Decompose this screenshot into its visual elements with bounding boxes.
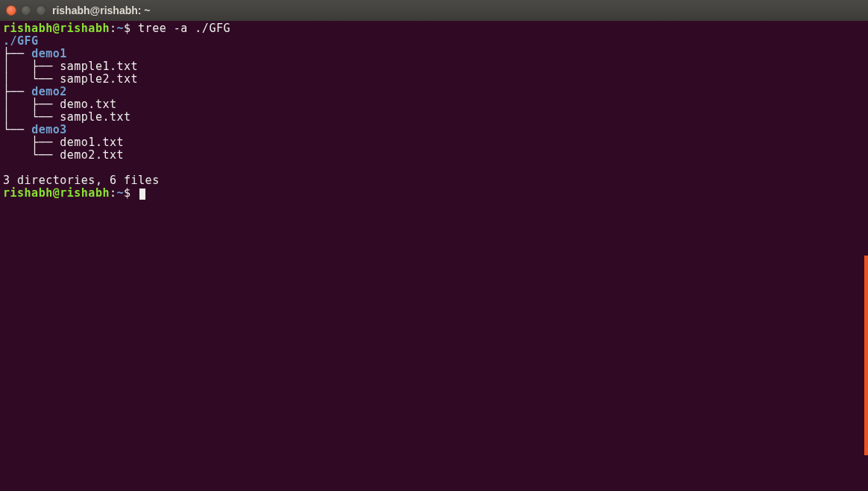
- tree-line: └── demo2.txt: [3, 148, 124, 162]
- tree-file: sample2.txt: [60, 72, 138, 86]
- prompt-path: ~: [117, 186, 125, 200]
- prompt-user: rishabh@rishabh: [3, 186, 110, 200]
- tree-line: │ ├── demo.txt: [3, 98, 117, 111]
- tree-line: ├── demo1: [3, 47, 67, 60]
- tree-file: demo1.txt: [60, 136, 124, 149]
- tree-dir: demo1: [31, 47, 67, 60]
- tree-summary: 3 directories, 6 files: [3, 174, 160, 187]
- close-icon[interactable]: [6, 5, 16, 16]
- tree-dir: demo2: [31, 85, 67, 98]
- minimize-icon[interactable]: [21, 5, 31, 16]
- tree-prefix: │ ├──: [3, 98, 60, 111]
- cursor-icon: [139, 189, 145, 200]
- terminal-body[interactable]: rishabh@rishabh:~$ tree -a ./GFG ./GFG ├…: [0, 21, 868, 201]
- tree-prefix: ├──: [3, 85, 31, 98]
- tree-dir: demo3: [31, 123, 67, 136]
- prompt-colon: :: [110, 186, 117, 200]
- window-controls: [6, 5, 46, 16]
- tree-prefix: ├──: [3, 136, 60, 149]
- tree-file: demo2.txt: [60, 148, 124, 162]
- window-title: rishabh@rishabh: ~: [52, 4, 151, 16]
- scroll-indicator: [864, 256, 868, 455]
- tree-file: sample.txt: [60, 110, 130, 124]
- command-text: tree -a ./GFG: [138, 22, 230, 35]
- prompt-colon: :: [110, 22, 117, 35]
- prompt-dollar: $: [124, 186, 138, 200]
- tree-prefix: │ ├──: [3, 60, 60, 73]
- tree-line: ├── demo1.txt: [3, 136, 124, 149]
- tree-line: └── demo3: [3, 123, 67, 136]
- prompt-path: ~: [117, 22, 125, 35]
- tree-prefix: ├──: [3, 47, 31, 60]
- tree-prefix: │ └──: [3, 72, 60, 86]
- tree-line: │ ├── sample1.txt: [3, 60, 138, 73]
- prompt-user: rishabh@rishabh: [3, 22, 110, 35]
- title-bar: rishabh@rishabh: ~: [0, 0, 868, 21]
- tree-prefix: └──: [3, 123, 31, 136]
- tree-line: │ └── sample.txt: [3, 110, 131, 124]
- tree-file: sample1.txt: [60, 60, 138, 73]
- tree-line: │ └── sample2.txt: [3, 72, 138, 86]
- tree-prefix: └──: [3, 148, 60, 162]
- tree-prefix: │ └──: [3, 110, 60, 124]
- prompt-line-1: rishabh@rishabh:~$ tree -a ./GFG: [3, 22, 230, 35]
- tree-file: demo.txt: [60, 98, 116, 111]
- maximize-icon[interactable]: [36, 5, 46, 16]
- tree-root: ./GFG: [3, 34, 39, 48]
- prompt-dollar: $: [124, 22, 138, 35]
- tree-line: ├── demo2: [3, 85, 67, 98]
- prompt-line-2: rishabh@rishabh:~$: [3, 186, 145, 200]
